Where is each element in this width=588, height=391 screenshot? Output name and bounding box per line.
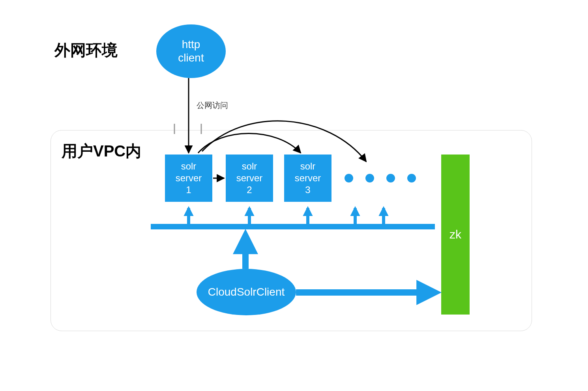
http-client-node: http client (156, 24, 226, 78)
bus-bar (151, 224, 435, 229)
external-env-label: 外网环境 (54, 39, 118, 61)
cloud-solr-client-node: CloudSolrClient (197, 269, 296, 315)
solr-server-3-text: solr server 3 (295, 160, 321, 196)
cloud-solr-client-text: CloudSolrClient (208, 285, 285, 299)
zk-text: zk (449, 228, 461, 241)
more-servers-dot (407, 174, 416, 182)
more-servers-dot (345, 174, 353, 182)
more-servers-dot (386, 174, 395, 182)
solr-server-2: solr server 2 (226, 155, 273, 202)
solr-server-3: solr server 3 (284, 155, 331, 202)
user-vpc-label: 用户VPC内 (62, 140, 141, 162)
solr-server-2-text: solr server 2 (236, 160, 263, 196)
more-servers-dot (365, 174, 374, 182)
solr-server-1: solr server 1 (165, 155, 212, 202)
http-client-text: http client (178, 38, 204, 64)
zk-node: zk (441, 155, 470, 315)
solr-server-1-text: solr server 1 (176, 160, 202, 196)
public-access-label: 公网访问 (197, 100, 228, 111)
